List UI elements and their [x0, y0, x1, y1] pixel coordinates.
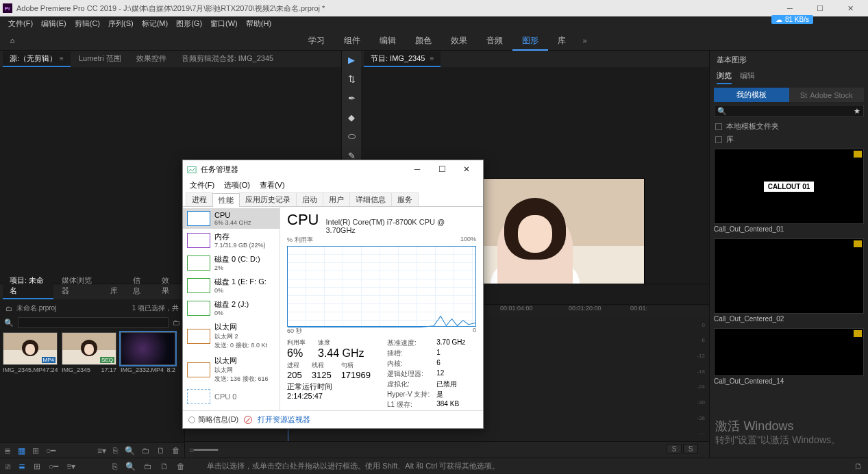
tm-minimize[interactable]: ─ — [405, 164, 430, 174]
tab-project[interactable]: 项目: 未命名 — [3, 273, 53, 299]
eg-adobe-stock-button[interactable]: StAdobe Stock — [789, 88, 865, 102]
eg-template-item[interactable]: Call_Out_Centered_02 — [714, 238, 864, 325]
new-item-icon[interactable]: 🗋 — [157, 446, 165, 456]
tm-side-eth0[interactable]: 以太网以太网 2发送: 0 接收: 8.0 Kt — [183, 319, 280, 353]
tm-tab-startup[interactable]: 启动 — [296, 192, 323, 206]
rectangle-tool-icon[interactable]: ◆ — [345, 111, 358, 123]
tm-close[interactable]: ✕ — [454, 164, 479, 174]
workspace-overflow[interactable]: » — [575, 36, 593, 45]
ellipse-tool-icon[interactable]: ⬭ — [345, 130, 358, 142]
task-manager-window[interactable]: 任务管理器 ─ ☐ ✕ 文件(F) 选项(O) 查看(V) 进程 性能 应用历史… — [182, 160, 484, 429]
menu-edit[interactable]: 编辑(E) — [37, 18, 71, 29]
sb-icon-1[interactable]: ⎚ — [5, 462, 10, 471]
tab-media-browser[interactable]: 媒体浏览器 — [55, 273, 102, 299]
tm-side-disk0[interactable]: 磁盘 0 (C: D:)2% — [183, 251, 280, 274]
workspace-libraries[interactable]: 库 — [548, 30, 575, 51]
home-button[interactable]: ⌂ — [0, 36, 25, 45]
tab-close-icon[interactable]: ≡ — [60, 55, 64, 62]
eg-tab-browse[interactable]: 浏览 — [717, 71, 732, 84]
tm-tab-performance[interactable]: 性能 — [212, 193, 240, 207]
workspace-graphics[interactable]: 图形 — [512, 30, 548, 51]
tab-lumetri[interactable]: Lumetri 范围 — [72, 51, 128, 67]
selection-tool-icon[interactable]: ▶ — [345, 53, 358, 66]
sb-delete-icon[interactable]: 🗑 — [177, 462, 185, 471]
menu-sequence[interactable]: 序列(S) — [104, 18, 138, 29]
sb-icon-grid[interactable]: ⊞ — [34, 462, 40, 471]
tab-info[interactable]: 信息 — [126, 273, 153, 299]
project-sequence-item[interactable]: SEQ IMG_234517:17 — [62, 332, 116, 373]
menu-file[interactable]: 文件(F) — [4, 18, 37, 29]
eg-search-input[interactable] — [727, 107, 854, 115]
menu-clip[interactable]: 剪辑(C) — [71, 18, 104, 29]
project-search-input[interactable] — [18, 317, 169, 328]
eg-check-library[interactable]: 库 — [715, 134, 863, 145]
tm-menu-options[interactable]: 选项(O) — [220, 180, 254, 190]
list-view-icon[interactable]: ≣ — [4, 446, 11, 456]
eg-template-item[interactable]: Call_Out_Centered_14 — [714, 328, 864, 388]
sb-newbin-icon[interactable]: 🗀 — [144, 462, 152, 471]
tm-tab-history[interactable]: 应用历史记录 — [239, 192, 297, 206]
tab-audio-mixer[interactable]: 音频剪辑混合器: IMG_2345 — [175, 51, 280, 67]
tm-menu-file[interactable]: 文件(F) — [186, 180, 219, 190]
sb-zoom-slider[interactable]: ○━ — [49, 462, 58, 471]
freeform-view-icon[interactable]: ⊞ — [32, 446, 39, 456]
tm-maximize[interactable]: ☐ — [430, 164, 454, 174]
tm-side-disk2[interactable]: 磁盘 2 (J:)0% — [183, 297, 280, 319]
tm-side-memory[interactable]: 内存7.1/31.9 GB (22%) — [183, 229, 280, 251]
menu-help[interactable]: 帮助(H) — [242, 18, 275, 29]
sort-icon[interactable]: ≡▾ — [97, 446, 106, 456]
zoom-slider-icon[interactable]: ○━ — [46, 446, 55, 456]
window-maximize[interactable]: ☐ — [805, 0, 835, 16]
tm-tab-services[interactable]: 服务 — [391, 192, 419, 206]
pen-tool-icon[interactable]: ✒ — [345, 92, 358, 104]
menu-window[interactable]: 窗口(W) — [206, 18, 242, 29]
tm-side-disk1[interactable]: 磁盘 1 (E: F: G:0% — [183, 274, 280, 297]
eg-template-item[interactable]: CALLOUT 01 Call_Out_Centered_01 — [714, 149, 864, 236]
vertical-type-tool-icon[interactable]: ⇅ — [345, 73, 358, 85]
window-close[interactable]: ✕ — [835, 0, 865, 16]
delete-icon[interactable]: 🗑 — [172, 446, 180, 456]
workspace-effects[interactable]: 效果 — [441, 30, 477, 51]
tm-tab-processes[interactable]: 进程 — [186, 192, 213, 206]
window-minimize[interactable]: ─ — [775, 0, 805, 16]
tm-titlebar[interactable]: 任务管理器 ─ ☐ ✕ — [183, 160, 483, 178]
tab-effects[interactable]: 效果 — [155, 273, 182, 299]
new-bin-icon[interactable]: 🗀 — [142, 446, 150, 456]
tm-tab-details[interactable]: 详细信息 — [349, 192, 392, 206]
filter-bin-icon[interactable]: 🗀 — [173, 319, 180, 327]
sb-newitem-icon[interactable]: 🗋 — [160, 462, 169, 471]
eg-tab-edit[interactable]: 编辑 — [740, 71, 755, 84]
tm-open-resource-monitor[interactable]: 打开资源监视器 — [258, 414, 310, 425]
tab-program[interactable]: 节目: IMG_2345 ≡ — [364, 51, 441, 67]
eg-search[interactable]: 🔍 ★ — [714, 105, 864, 117]
sb-automate-icon[interactable]: ⎘ — [112, 462, 117, 471]
eg-my-templates-button[interactable]: 我的模板 — [714, 88, 789, 102]
sb-new-layer-icon[interactable]: 🗋 — [854, 462, 863, 471]
find-icon[interactable]: 🔍 — [125, 446, 135, 456]
project-clip-item[interactable]: MP4 IMG_2345.MP47:24 — [3, 332, 58, 373]
tm-fewer-details[interactable]: 简略信息(D) — [188, 414, 238, 425]
tab-source[interactable]: 源:（无剪辑）≡ — [3, 51, 71, 67]
eg-check-local[interactable]: 本地模板文件夹 — [715, 121, 863, 132]
project-clip-item[interactable]: IMG_2332.MP48:2 — [121, 332, 175, 373]
icon-view-icon[interactable]: ▦ — [18, 446, 25, 456]
workspace-learn[interactable]: 学习 — [299, 30, 334, 51]
workspace-editing[interactable]: 编辑 — [370, 30, 406, 51]
sb-sort-icon[interactable]: ≡▾ — [66, 462, 75, 471]
automate-icon[interactable]: ⎘ — [113, 446, 118, 456]
workspace-assembly[interactable]: 组件 — [334, 30, 370, 51]
tab-libraries[interactable]: 库 — [103, 284, 125, 299]
menu-graphics[interactable]: 图形(G) — [172, 18, 206, 29]
sb-icon-list[interactable]: ≣ — [18, 462, 25, 471]
tm-side-eth1[interactable]: 以太网以太网发送: 136 接收: 616 — [183, 353, 280, 386]
tm-side-cpu[interactable]: CPU6% 3.44 GHz — [183, 208, 280, 229]
menu-marker[interactable]: 标记(M) — [138, 18, 173, 29]
star-icon[interactable]: ★ — [854, 107, 860, 116]
sb-find-icon[interactable]: 🔍 — [125, 462, 136, 471]
tm-tab-users[interactable]: 用户 — [323, 192, 350, 206]
workspace-audio[interactable]: 音频 — [477, 30, 512, 51]
tm-side-gpu[interactable]: CPU 0 — [183, 386, 280, 407]
tab-program-menu-icon[interactable]: ≡ — [430, 55, 434, 62]
tm-menu-view[interactable]: 查看(V) — [256, 180, 289, 190]
tab-effect-controls[interactable]: 效果控件 — [129, 51, 173, 67]
